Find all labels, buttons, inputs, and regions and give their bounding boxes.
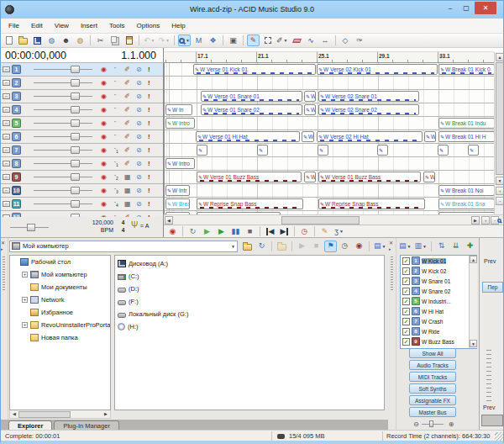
mixer-button[interactable]: Пер [482, 282, 503, 293]
solo-icon[interactable]: ! [148, 66, 150, 73]
scroll-right-icon[interactable]: ▶ [102, 410, 110, 417]
track-volume-slider[interactable] [34, 109, 92, 110]
timeline-row[interactable]: ✎W In✎W Verse 01 Snare 02✎W✎W Verse 02 S… [165, 103, 494, 117]
expand-icon[interactable]: + [22, 322, 28, 328]
explorer-dock-grip[interactable]: ✕ ▸ [0, 238, 8, 420]
timeline-row[interactable]: ✎W Intr✎W Break 01 Noi [165, 184, 494, 198]
track-checkbox[interactable]: ✓ [402, 267, 410, 275]
chevron-down-icon[interactable]: ▼ [339, 229, 344, 234]
zoom-out-track-height-button[interactable]: － [496, 197, 504, 205]
timeline-row[interactable]: ✎W Verse 01 Snare 01✎W✎W Verse 02 Snare … [165, 90, 494, 103]
scroll-down-icon[interactable]: ▼ [470, 340, 477, 347]
clip-event[interactable]: ✎ [377, 145, 388, 156]
track-volume-thumb[interactable] [71, 66, 80, 73]
new-folder-icon[interactable] [276, 240, 288, 252]
tree-scroll-thumb[interactable] [18, 411, 71, 418]
refresh-icon[interactable]: ↻ [255, 240, 268, 252]
file-item[interactable]: Локальный диск (G:) [118, 308, 384, 320]
track-checkbox[interactable]: ✓ [402, 257, 410, 265]
mute-icon[interactable]: ⊘ [136, 133, 142, 140]
chevron-down-icon[interactable]: ▼ [165, 38, 170, 43]
new-file-icon[interactable] [3, 34, 15, 46]
clip-event[interactable]: ✎W Verse 01 Hi Hat [196, 131, 300, 142]
horizontal-scroll-thumb[interactable] [281, 216, 360, 225]
address-combobox[interactable]: Мой компьютер ▼ [9, 240, 238, 252]
zoom-in-track-height-button[interactable]: ＋ [496, 187, 504, 195]
select-columns-icon[interactable]: ▥▼ [413, 240, 427, 252]
clip-event[interactable]: ✎W [304, 91, 316, 102]
chevron-down-icon[interactable]: ▼ [231, 244, 235, 249]
metronome-button[interactable]: ◷ [298, 225, 311, 237]
clip-event[interactable]: ✎W In [165, 104, 192, 115]
clip-event[interactable]: ✎ [257, 145, 268, 156]
track-volume-thumb[interactable] [71, 106, 80, 114]
mixer-fader-scale[interactable] [486, 350, 491, 403]
paint-tool-icon[interactable]: ✐▼ [276, 34, 289, 46]
envelope-tool-icon[interactable]: ∿ [305, 34, 318, 46]
menu-edit[interactable]: Edit [25, 20, 49, 31]
save-icon[interactable] [31, 34, 44, 46]
timeline-row[interactable] [165, 77, 494, 90]
zoom-slider-thumb[interactable] [429, 420, 433, 427]
project-key[interactable]: = A [140, 223, 149, 229]
tree-item[interactable]: +Мой компьютер [10, 268, 110, 281]
filter-button-assignable-fx[interactable]: Assignable FX [409, 395, 456, 405]
pin-dock-icon[interactable]: ▸ [1, 246, 3, 251]
track-volume-slider[interactable] [34, 163, 92, 164]
record-arm-icon[interactable]: ◉ [101, 66, 107, 73]
solo-icon[interactable]: ! [148, 187, 150, 194]
mute-icon[interactable]: ⊘ [136, 66, 142, 73]
brush-icon[interactable]: ✐ [124, 66, 130, 73]
redo-icon[interactable]: ↷▼ [158, 34, 171, 46]
stop-preview-icon[interactable]: ■ [310, 240, 323, 252]
clip-event[interactable]: ✎W [304, 172, 316, 182]
clip-event[interactable]: ✎W Break 01 Indu [438, 118, 494, 129]
time-display[interactable]: 00:00:00,000 1.1.000 [0, 48, 164, 63]
clip-event[interactable]: ✎W Verse 01 Snare 01 [201, 91, 302, 102]
track-volume-thumb[interactable] [71, 160, 80, 167]
track-header[interactable]: –12◉”✐⊘! [0, 211, 163, 217]
scroll-down-icon[interactable]: ▼ [496, 177, 504, 185]
track-volume-thumb[interactable] [71, 173, 80, 181]
filter-button-midi-tracks[interactable]: MIDI Tracks [409, 372, 456, 382]
chevron-down-icon[interactable]: ▼ [407, 244, 412, 249]
track-checkbox[interactable]: ✓ [402, 288, 410, 295]
brush-icon[interactable]: ✐ [124, 79, 130, 87]
timestretch-tool-icon[interactable]: ↔ [319, 34, 332, 46]
envelope-icon[interactable]: ❖ [207, 34, 219, 46]
timeline-row[interactable]: ✎W Verse 01 Buzz Bass✎W✎W Verse 01 Buzz … [165, 171, 494, 184]
track-header[interactable]: –6◉”✐⊘! [0, 130, 163, 144]
track-volume-slider[interactable] [34, 204, 92, 204]
menu-help[interactable]: Help [165, 20, 191, 31]
master-volume-thumb[interactable] [27, 224, 35, 231]
brush-icon[interactable]: ✐ [124, 160, 130, 167]
track-header[interactable]: –11◉”4▦⊘! [0, 198, 163, 211]
track-header[interactable]: –10◉”3▦⊘! [0, 184, 163, 198]
go-to-end-button[interactable]: ▶ [278, 225, 291, 237]
track-volume-thumb[interactable] [71, 200, 80, 208]
record-arm-icon[interactable]: ◉ [101, 119, 107, 127]
clip-event[interactable]: ✎W Intro [165, 158, 195, 169]
zoom-in-time-button[interactable]: ＋ [481, 216, 490, 225]
menu-file[interactable]: File [3, 20, 25, 31]
track-header[interactable]: –4◉”✐⊘! [0, 103, 163, 117]
scroll-up-icon[interactable]: ▲ [496, 53, 504, 61]
clip-event[interactable]: ✎ [438, 145, 449, 156]
views-icon[interactable]: ▤▼ [373, 240, 386, 252]
user-icon[interactable]: ☻ [60, 34, 72, 46]
brush-icon[interactable]: ✐ [124, 92, 130, 100]
zoom-tool-icon[interactable] [495, 216, 503, 225]
mute-icon[interactable]: ⊘ [136, 146, 142, 154]
clip-event[interactable]: ✎W [424, 131, 436, 142]
manager-track-item[interactable]: ✓4W Snare 02 [401, 286, 476, 296]
track-checkbox[interactable]: ✓ [402, 298, 410, 305]
solo-icon[interactable]: ! [148, 173, 150, 181]
clip-event[interactable]: ✎W Verse 02 Snare 01 [318, 91, 419, 102]
track-header[interactable]: –9◉”2▦⊘! [0, 171, 163, 184]
clip-event[interactable]: ✎W Intr [165, 185, 190, 196]
mute-icon[interactable]: ⊘ [136, 79, 142, 87]
erase-tool-icon[interactable] [291, 34, 303, 46]
filter-button-soft-synths[interactable]: Soft Synths [409, 383, 456, 394]
record-arm-icon[interactable]: ◉ [101, 187, 107, 194]
go-to-start-button[interactable]: ◀ [264, 225, 276, 237]
